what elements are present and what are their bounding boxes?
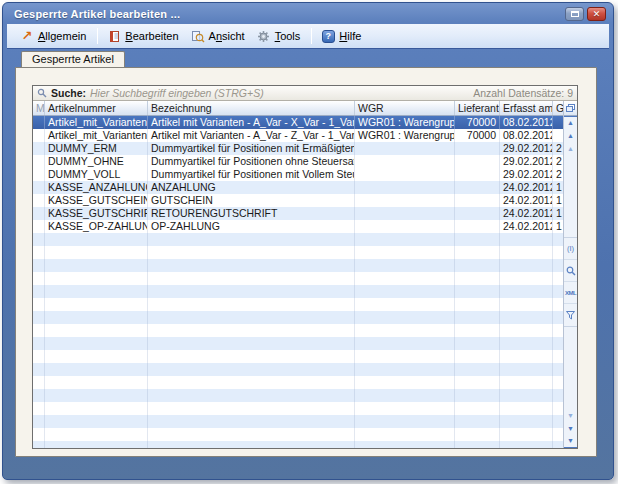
xml-icon[interactable]: XML bbox=[564, 282, 578, 304]
column-chooser-button[interactable] bbox=[564, 101, 578, 116]
close-button[interactable]: ✕ bbox=[587, 7, 606, 21]
restore-button[interactable] bbox=[565, 7, 584, 21]
table-cell bbox=[45, 389, 148, 402]
table-cell: 08.02.2012 bbox=[500, 116, 553, 129]
column-header-bezeichnung[interactable]: Bezeichnung bbox=[148, 101, 355, 115]
table-cell bbox=[355, 298, 455, 311]
toolbar-item-hilfe[interactable]: ?Hilfe bbox=[316, 27, 368, 45]
empty-table-row[interactable] bbox=[33, 285, 563, 298]
table-cell bbox=[500, 298, 553, 311]
table-cell bbox=[33, 116, 45, 129]
table-cell bbox=[33, 350, 45, 363]
table-cell: GUTSCHEIN bbox=[148, 194, 355, 207]
table-cell bbox=[45, 311, 148, 324]
toolbar-item-bearbeiten[interactable]: Bearbeiten bbox=[102, 27, 185, 45]
scroll-bottom-icon[interactable]: ▼ bbox=[564, 435, 578, 448]
column-header-lieferant[interactable]: Lieferant bbox=[455, 101, 500, 115]
table-cell bbox=[33, 441, 45, 448]
empty-table-row[interactable] bbox=[33, 337, 563, 350]
empty-table-row[interactable] bbox=[33, 324, 563, 337]
empty-table-row[interactable] bbox=[33, 428, 563, 441]
filter-icon[interactable] bbox=[564, 304, 578, 326]
empty-table-row[interactable] bbox=[33, 402, 563, 415]
table-cell bbox=[45, 233, 148, 246]
table-row[interactable]: DUMMY_OHNEDummyartikel für Positionen oh… bbox=[33, 155, 563, 168]
column-header-erfasst-am[interactable]: Erfasst am bbox=[500, 101, 553, 115]
table-cell bbox=[45, 363, 148, 376]
table-cell bbox=[455, 428, 500, 441]
restore-icon bbox=[571, 11, 579, 17]
page-up-icon[interactable]: ▲ bbox=[564, 142, 578, 155]
table-cell bbox=[553, 337, 563, 350]
scroll-down-icon[interactable]: ▼ bbox=[564, 422, 578, 435]
record-info-icon[interactable]: (I) bbox=[564, 238, 578, 260]
table-cell bbox=[553, 259, 563, 272]
empty-table-row[interactable] bbox=[33, 259, 563, 272]
toolbar-item-allgemein[interactable]: ↗Allgemein bbox=[15, 27, 93, 45]
empty-table-row[interactable] bbox=[33, 311, 563, 324]
table-cell bbox=[500, 402, 553, 415]
toolbar-item-tools[interactable]: Tools bbox=[252, 27, 308, 45]
empty-table-row[interactable] bbox=[33, 363, 563, 376]
table-row[interactable]: Artikel_mit_Varianten.001Artikel mit Var… bbox=[33, 116, 563, 129]
table-cell: DUMMY_VOLL bbox=[45, 168, 148, 181]
table-cell bbox=[500, 272, 553, 285]
page-down-icon[interactable]: ▼ bbox=[564, 409, 578, 422]
column-header-wgr[interactable]: WGR bbox=[355, 101, 455, 115]
table-cell bbox=[455, 415, 500, 428]
table-cell: 1 bbox=[553, 220, 563, 233]
empty-table-row[interactable] bbox=[33, 415, 563, 428]
empty-table-row[interactable] bbox=[33, 298, 563, 311]
table-cell bbox=[148, 428, 355, 441]
tab-gesperrte-artikel[interactable]: Gesperrte Artikel bbox=[21, 51, 125, 67]
table-cell bbox=[500, 233, 553, 246]
empty-table-row[interactable] bbox=[33, 350, 563, 363]
table-row[interactable]: DUMMY_VOLLDummyartikel für Positionen mi… bbox=[33, 168, 563, 181]
empty-table-row[interactable] bbox=[33, 233, 563, 246]
table-cell: WGR01: Warengruppe 1 bbox=[355, 116, 455, 129]
table-cell bbox=[355, 155, 455, 168]
empty-table-row[interactable] bbox=[33, 389, 563, 402]
scroll-up-icon[interactable]: ▲ bbox=[564, 129, 578, 142]
table-row[interactable]: DUMMY_ERMDummyartikel für Positionen mit… bbox=[33, 142, 563, 155]
table-cell bbox=[148, 285, 355, 298]
table-row[interactable]: KASSE_OP-ZAHLUNGOP-ZAHLUNG24.02.20121 bbox=[33, 220, 563, 233]
empty-table-row[interactable] bbox=[33, 441, 563, 448]
table-cell bbox=[500, 389, 553, 402]
table-row[interactable]: KASSE_GUTSCHRIFTRETOURENGUTSCHRIFT24.02.… bbox=[33, 207, 563, 220]
table-cell: Artikel mit Varianten - A_Var - X_Var - … bbox=[148, 116, 355, 129]
empty-table-row[interactable] bbox=[33, 272, 563, 285]
table-row[interactable]: KASSE_GUTSCHEINGUTSCHEIN24.02.20121 bbox=[33, 194, 563, 207]
zoom-icon[interactable] bbox=[564, 260, 578, 282]
title-bar[interactable]: Gesperrte Artikel bearbeiten ... ✕ bbox=[3, 3, 613, 24]
table-cell bbox=[553, 324, 563, 337]
table-cell bbox=[455, 168, 500, 181]
table-cell bbox=[455, 402, 500, 415]
table-cell bbox=[500, 285, 553, 298]
table-row[interactable]: Artikel_mit_Varianten.002Artikel mit Var… bbox=[33, 129, 563, 142]
table-cell bbox=[500, 324, 553, 337]
search-input[interactable]: Hier Suchbegriff eingeben (STRG+S) bbox=[90, 87, 469, 99]
empty-table-row[interactable] bbox=[33, 246, 563, 259]
scroll-top-icon[interactable]: ▲ bbox=[564, 116, 578, 129]
search-bar[interactable]: Suche: Hier Suchbegriff eingeben (STRG+S… bbox=[33, 86, 577, 101]
table-cell bbox=[148, 402, 355, 415]
column-header-artikelnummer[interactable]: Artikelnummer bbox=[45, 101, 148, 115]
table-cell bbox=[33, 246, 45, 259]
table-cell bbox=[553, 129, 563, 142]
table-row[interactable]: KASSE_ANZAHLUNGANZAHLUNG24.02.20121 bbox=[33, 181, 563, 194]
column-header-g[interactable]: G bbox=[553, 101, 563, 115]
table-cell: 1 bbox=[553, 207, 563, 220]
table-cell bbox=[455, 311, 500, 324]
table-cell bbox=[500, 428, 553, 441]
table-cell bbox=[33, 337, 45, 350]
table-cell bbox=[33, 220, 45, 233]
column-header-m[interactable]: M bbox=[33, 101, 45, 115]
toolbar-item-label: Hilfe bbox=[339, 30, 361, 42]
grid-columns-area: MArtikelnummerBezeichnungWGRLieferantErf… bbox=[33, 101, 563, 448]
toolbar-item-ansicht[interactable]: Ansicht bbox=[186, 27, 252, 45]
main-toolbar: ↗AllgemeinBearbeitenAnsichtTools?Hilfe bbox=[7, 24, 609, 49]
table-cell: 24.02.2012 bbox=[500, 220, 553, 233]
table-cell: KASSE_GUTSCHEIN bbox=[45, 194, 148, 207]
empty-table-row[interactable] bbox=[33, 376, 563, 389]
